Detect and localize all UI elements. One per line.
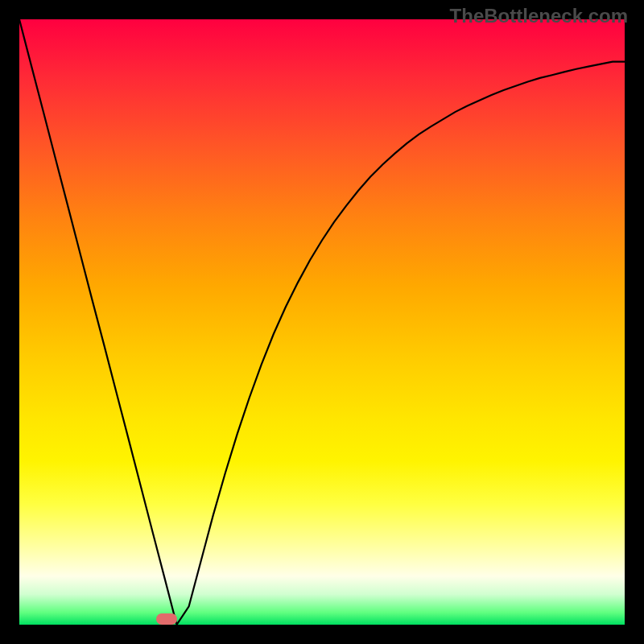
watermark-label: TheBottleneck.com — [450, 5, 628, 27]
minimum-marker-icon — [156, 613, 177, 625]
chart-frame: TheBottleneck.com — [0, 0, 644, 644]
bottleneck-curve — [19, 19, 625, 625]
chart-curve-layer — [19, 19, 625, 625]
